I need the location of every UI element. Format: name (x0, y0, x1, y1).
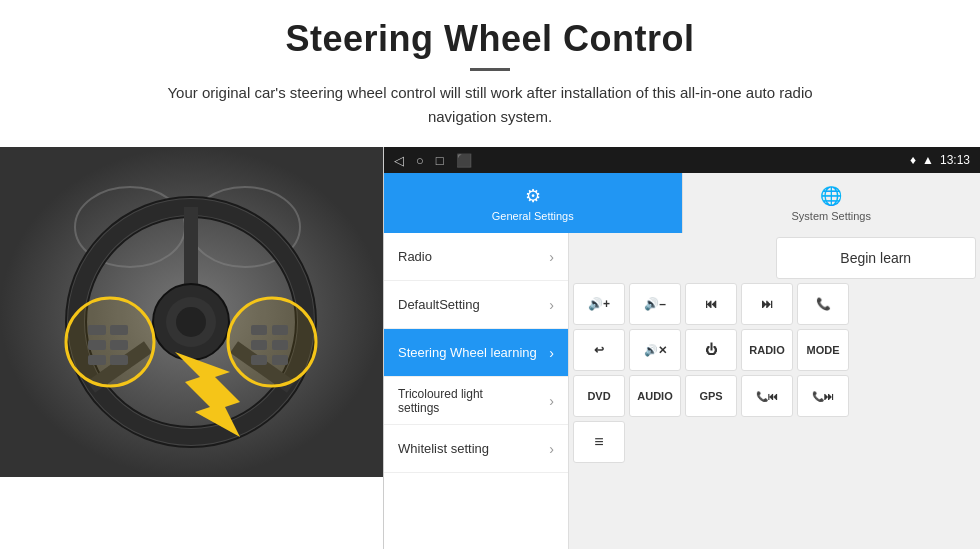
title-divider (470, 68, 510, 71)
mode-button[interactable]: MODE (797, 329, 849, 371)
car-image-bg (0, 147, 383, 477)
menu-item-steering[interactable]: Steering Wheel learning › (384, 329, 568, 377)
next-track-button[interactable]: ⏭ (741, 283, 793, 325)
dvd-button[interactable]: DVD (573, 375, 625, 417)
menu-item-radio[interactable]: Radio › (384, 233, 568, 281)
control-row-5: ≡ (573, 421, 976, 463)
android-panel: ◁ ○ □ ⬛ ♦ ▲ 13:13 ⚙ General Settings (383, 147, 980, 549)
phone-icon: 📞 (816, 297, 831, 311)
back-icon[interactable]: ◁ (394, 153, 404, 168)
svg-rect-25 (251, 355, 267, 365)
android-body: Radio › DefaultSetting › Steering Wheel … (384, 233, 980, 549)
tab-general[interactable]: ⚙ General Settings (384, 173, 682, 233)
recents-icon[interactable]: □ (436, 153, 444, 168)
begin-learn-button[interactable]: Begin learn (776, 237, 977, 279)
statusbar-nav-icons: ◁ ○ □ ⬛ (394, 153, 472, 168)
gps-label: GPS (699, 390, 722, 402)
svg-rect-21 (251, 325, 267, 335)
svg-rect-19 (110, 355, 128, 365)
next-track-icon: ⏭ (761, 297, 773, 311)
tab-general-label: General Settings (492, 210, 574, 222)
gps-icon: ♦ (910, 153, 916, 167)
chevron-right-icon: › (549, 249, 554, 265)
svg-rect-22 (272, 325, 288, 335)
general-settings-icon: ⚙ (525, 185, 541, 207)
prev-track-button[interactable]: ⏮ (685, 283, 737, 325)
menu-item-radio-label: Radio (398, 249, 432, 264)
radio-label: RADIO (749, 344, 784, 356)
control-panel: Begin learn 🔊+ 🔊– ⏮ (569, 233, 980, 549)
svg-rect-17 (110, 340, 128, 350)
audio-label: AUDIO (637, 390, 672, 402)
home-icon[interactable]: ○ (416, 153, 424, 168)
android-tabs: ⚙ General Settings 🌐 System Settings (384, 173, 980, 233)
dvd-label: DVD (587, 390, 610, 402)
control-row-2: 🔊+ 🔊– ⏮ ⏭ 📞 (573, 283, 976, 325)
menu-item-tricoloured[interactable]: Tricoloured lightsettings › (384, 377, 568, 425)
steering-wheel-svg (0, 147, 383, 477)
call-prev-button[interactable]: 📞⏮ (741, 375, 793, 417)
menu-item-whitelist[interactable]: Whitelist setting › (384, 425, 568, 473)
menu-icon[interactable]: ⬛ (456, 153, 472, 168)
radio-button[interactable]: RADIO (741, 329, 793, 371)
chevron-right-icon: › (549, 441, 554, 457)
header-section: Steering Wheel Control Your original car… (0, 0, 980, 139)
svg-rect-24 (272, 340, 288, 350)
audio-button[interactable]: AUDIO (629, 375, 681, 417)
menu-list: Radio › DefaultSetting › Steering Wheel … (384, 233, 569, 549)
menu-item-whitelist-label: Whitelist setting (398, 441, 489, 456)
empty-slot (573, 237, 772, 279)
list-icon: ≡ (594, 433, 603, 451)
chevron-right-icon: › (549, 297, 554, 313)
system-settings-icon: 🌐 (820, 185, 842, 207)
svg-rect-23 (251, 340, 267, 350)
control-row-1: Begin learn (573, 237, 976, 279)
list-button[interactable]: ≡ (573, 421, 625, 463)
call-button[interactable]: 📞 (797, 283, 849, 325)
back-call-button[interactable]: ↩ (573, 329, 625, 371)
svg-rect-18 (88, 355, 106, 365)
volume-up-icon: 🔊+ (588, 297, 610, 311)
menu-item-tricoloured-label: Tricoloured lightsettings (398, 387, 483, 415)
mute-icon: 🔊✕ (644, 344, 667, 357)
hangup-icon: ↩ (594, 343, 604, 357)
svg-rect-26 (272, 355, 288, 365)
svg-point-12 (176, 307, 206, 337)
mode-label: MODE (807, 344, 840, 356)
control-row-4: DVD AUDIO GPS 📞⏮ 📞⏭ (573, 375, 976, 417)
mute-button[interactable]: 🔊✕ (629, 329, 681, 371)
volume-down-button[interactable]: 🔊– (629, 283, 681, 325)
control-row-3: ↩ 🔊✕ ⏻ RADIO MODE (573, 329, 976, 371)
prev-track-icon: ⏮ (705, 297, 717, 311)
car-image-section (0, 147, 383, 477)
chevron-right-icon: › (549, 393, 554, 409)
chevron-right-icon: › (549, 345, 554, 361)
svg-rect-14 (88, 325, 106, 335)
tab-system[interactable]: 🌐 System Settings (682, 173, 981, 233)
svg-rect-15 (110, 325, 128, 335)
page-subtitle: Your original car's steering wheel contr… (140, 81, 840, 129)
statusbar: ◁ ○ □ ⬛ ♦ ▲ 13:13 (384, 147, 980, 173)
power-button[interactable]: ⏻ (685, 329, 737, 371)
menu-item-defaultsetting-label: DefaultSetting (398, 297, 480, 312)
wifi-icon: ▲ (922, 153, 934, 167)
power-icon: ⏻ (705, 343, 717, 357)
statusbar-info: ♦ ▲ 13:13 (910, 153, 970, 167)
svg-rect-16 (88, 340, 106, 350)
volume-down-icon: 🔊– (644, 297, 666, 311)
content-row: ◁ ○ □ ⬛ ♦ ▲ 13:13 ⚙ General Settings (0, 147, 980, 549)
call-next-icon: 📞⏭ (812, 391, 834, 402)
statusbar-time: 13:13 (940, 153, 970, 167)
volume-up-button[interactable]: 🔊+ (573, 283, 625, 325)
menu-item-defaultsetting[interactable]: DefaultSetting › (384, 281, 568, 329)
tab-system-label: System Settings (792, 210, 871, 222)
gps-button[interactable]: GPS (685, 375, 737, 417)
call-prev-icon: 📞⏮ (756, 391, 778, 402)
menu-item-steering-label: Steering Wheel learning (398, 345, 537, 360)
page-wrapper: Steering Wheel Control Your original car… (0, 0, 980, 549)
page-title: Steering Wheel Control (60, 18, 920, 60)
call-next-button[interactable]: 📞⏭ (797, 375, 849, 417)
